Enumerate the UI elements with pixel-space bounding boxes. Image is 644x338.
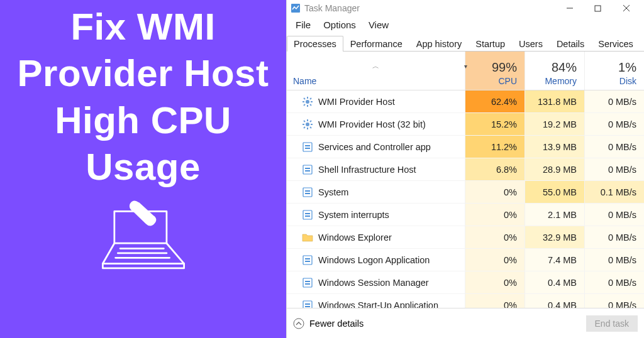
end-task-button[interactable]: End task <box>586 315 638 332</box>
process-name-cell: System interrupts <box>287 209 465 221</box>
svg-rect-43 <box>305 283 310 285</box>
menu-file[interactable]: File <box>291 18 316 31</box>
table-row[interactable]: Windows Start-Up Application0%0.4 MB0 MB… <box>287 294 644 308</box>
svg-line-25 <box>304 127 305 128</box>
process-name: WMI Provider Host (32 bit) <box>318 119 426 129</box>
svg-rect-33 <box>305 190 310 192</box>
svg-rect-36 <box>305 213 310 214</box>
memory-cell: 7.4 MB <box>525 249 584 271</box>
table-row[interactable]: Windows Logon Application0%7.4 MB0 MB/s <box>287 249 644 271</box>
cpu-cell: 0% <box>465 249 525 271</box>
process-name: Windows Explorer <box>318 232 392 243</box>
memory-cell: 13.9 MB <box>525 136 584 158</box>
svg-rect-34 <box>305 193 310 194</box>
svg-rect-28 <box>305 148 310 149</box>
tab-performance[interactable]: Performance <box>343 36 409 52</box>
process-name: Windows Start-Up Application <box>318 300 438 308</box>
cpu-cell: 6.8% <box>465 158 525 180</box>
maximize-button[interactable] <box>584 0 612 16</box>
svg-point-17 <box>306 123 309 126</box>
promo-headline: Fix WMI Provider Host High CPU Usage <box>0 4 286 191</box>
tab-users[interactable]: Users <box>512 36 550 52</box>
close-button[interactable] <box>612 0 640 16</box>
tab-details[interactable]: Details <box>550 36 591 52</box>
process-name: Windows Logon Application <box>318 255 430 265</box>
minimize-button[interactable] <box>555 0 584 16</box>
process-name-cell: Windows Start-Up Application <box>287 300 465 308</box>
table-row[interactable]: WMI Provider Host62.4%131.8 MB0 MB/s <box>287 90 644 113</box>
column-disk[interactable]: 1% Disk <box>584 52 644 90</box>
disk-cell: 0 MB/s <box>584 90 644 112</box>
table-row[interactable]: Windows Explorer0%32.9 MB0 MB/s <box>287 226 644 249</box>
titlebar[interactable]: Task Manager <box>287 0 644 16</box>
table-row[interactable]: System interrupts0%2.1 MB0 MB/s <box>287 204 644 226</box>
menubar: File Options View <box>287 16 644 33</box>
process-icon <box>302 164 313 175</box>
svg-point-47 <box>294 319 304 329</box>
tab-app-history[interactable]: App history <box>409 36 469 52</box>
disk-usage-pct: 1% <box>618 60 636 75</box>
svg-line-15 <box>310 98 311 99</box>
process-icon <box>302 141 313 153</box>
svg-line-22 <box>304 121 305 122</box>
svg-rect-30 <box>305 168 310 169</box>
task-manager-window: Task Manager File Options View Processes… <box>286 0 644 338</box>
svg-rect-29 <box>303 165 312 174</box>
window-title: Task Manager <box>304 3 360 13</box>
disk-cell: 0 MB/s <box>584 158 644 180</box>
disk-cell: 0 MB/s <box>584 249 644 271</box>
column-cpu[interactable]: 99% CPU <box>465 52 525 90</box>
fewer-details-toggle[interactable]: Fewer details <box>309 319 364 329</box>
svg-rect-39 <box>305 258 310 259</box>
disk-cell: 0 MB/s <box>584 204 644 226</box>
svg-line-16 <box>304 104 305 106</box>
process-name-cell: Windows Session Manager <box>287 277 465 288</box>
memory-usage-pct: 84% <box>552 60 577 75</box>
disk-cell: 0 MB/s <box>584 226 644 248</box>
svg-rect-38 <box>303 256 312 264</box>
table-row[interactable]: Services and Controller app11.2%13.9 MB0… <box>287 136 644 158</box>
menu-options[interactable]: Options <box>318 18 361 31</box>
disk-cell: 0 MB/s <box>584 113 644 135</box>
memory-cell: 55.0 MB <box>525 181 584 203</box>
svg-rect-5 <box>595 6 601 11</box>
disk-cell: 0 MB/s <box>584 271 644 293</box>
svg-rect-35 <box>303 210 312 219</box>
chevron-up-circle-icon[interactable] <box>293 318 304 329</box>
footer: Fewer details End task <box>287 308 644 338</box>
svg-rect-26 <box>303 143 312 151</box>
table-row[interactable]: WMI Provider Host (32 bit)15.2%19.2 MB0 … <box>287 113 644 136</box>
memory-cell: 28.9 MB <box>525 158 584 180</box>
svg-line-13 <box>304 98 305 99</box>
cpu-cell: 0% <box>465 181 525 203</box>
svg-rect-27 <box>305 145 310 146</box>
process-name-cell: Shell Infrastructure Host <box>287 164 465 175</box>
process-name-cell: WMI Provider Host <box>287 96 465 107</box>
table-row[interactable]: System0%55.0 MB0.1 MB/s <box>287 181 644 204</box>
process-name-cell: Services and Controller app <box>287 141 465 153</box>
tab-startup[interactable]: Startup <box>469 36 512 52</box>
tab-processes[interactable]: Processes <box>287 36 343 52</box>
svg-rect-32 <box>303 188 312 197</box>
table-row[interactable]: Windows Session Manager0%0.4 MB0 MB/s <box>287 271 644 294</box>
laptop-wrench-icon <box>96 200 191 275</box>
column-memory[interactable]: 84% Memory <box>525 52 584 90</box>
process-name: Shell Infrastructure Host <box>318 165 416 175</box>
disk-cell: 0 MB/s <box>584 294 644 308</box>
svg-rect-42 <box>305 281 310 282</box>
svg-rect-37 <box>305 215 310 217</box>
svg-line-24 <box>310 121 311 122</box>
process-name-cell: WMI Provider Host (32 bit) <box>287 119 465 130</box>
svg-line-14 <box>310 104 311 106</box>
tab-services[interactable]: Services <box>591 36 640 52</box>
cpu-cell: 0% <box>465 294 525 308</box>
svg-rect-46 <box>305 306 310 307</box>
memory-cell: 0.4 MB <box>525 271 584 293</box>
disk-label: Disk <box>619 76 636 86</box>
tab-bar: Processes Performance App history Startu… <box>287 36 644 52</box>
menu-view[interactable]: View <box>364 18 394 31</box>
column-name[interactable]: ︿ Name <box>287 62 465 90</box>
cpu-cell: 0% <box>465 271 525 293</box>
cpu-usage-pct: 99% <box>492 60 517 75</box>
table-row[interactable]: Shell Infrastructure Host6.8%28.9 MB0 MB… <box>287 158 644 181</box>
